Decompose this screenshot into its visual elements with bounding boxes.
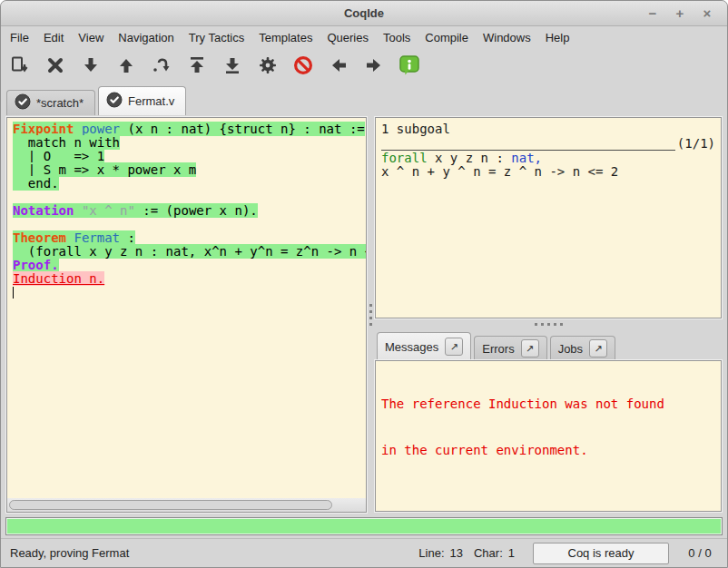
arrow-to-top-icon (186, 54, 208, 76)
arrow-to-bottom-icon (221, 54, 243, 76)
detach-icon: ↗ (526, 343, 534, 355)
script-text[interactable]: Fixpoint power (x n : nat) {struct n} : … (7, 118, 366, 498)
close-icon (44, 54, 66, 76)
detach-errors-button[interactable]: ↗ (521, 339, 539, 357)
status-message: Ready, proving Fermat (10, 546, 418, 560)
menu-help[interactable]: Help (538, 28, 577, 47)
error-message-line: in the current environment. (381, 443, 715, 458)
go-to-cursor-button[interactable] (148, 52, 175, 79)
code-line: Theorem Fermat : (13, 231, 366, 245)
menu-windows[interactable]: Windows (476, 28, 538, 47)
progress-bar (5, 517, 723, 535)
scrollbar-thumb[interactable] (9, 500, 332, 510)
minimize-button[interactable]: − (645, 6, 660, 21)
code-line-error: Induction n. (13, 272, 366, 286)
file-tabstrip: *scratch* Fermat.v (1, 83, 727, 115)
detach-messages-button[interactable]: ↗ (445, 338, 463, 356)
char-label: Char: (474, 546, 503, 560)
error-message-line: The reference Induction was not found (381, 397, 715, 412)
status-right: Line: 13 Char: 1 Coq is ready 0 / 0 (418, 543, 718, 564)
tab-jobs[interactable]: Jobs ↗ (550, 336, 615, 360)
code-line: match n with (13, 136, 366, 150)
subgoal-count: 1 subgoal (381, 122, 715, 136)
about-button[interactable] (396, 52, 423, 79)
horizontal-scrollbar[interactable] (7, 498, 366, 512)
interrupt-button[interactable] (290, 52, 317, 79)
fully-check-button[interactable] (254, 52, 281, 79)
check-icon (15, 93, 31, 113)
tab-label: *scratch* (36, 96, 84, 110)
menu-file[interactable]: File (3, 28, 36, 47)
coqide-window: CoqIde − + × File Edit View Navigation T… (0, 0, 728, 568)
tab-errors[interactable]: Errors ↗ (474, 336, 546, 360)
menu-try-tactics[interactable]: Try Tactics (182, 28, 251, 47)
menu-view[interactable]: View (71, 28, 111, 47)
code-line (13, 286, 366, 299)
arrow-right-icon (363, 54, 385, 76)
code-line (13, 191, 366, 204)
char-value: 1 (508, 546, 515, 560)
right-column: 1 subgoal (1/1) forall x y z n : nat, x … (375, 117, 722, 513)
code-line: (forall x y z n : nat, x^n + y^n = z^n -… (13, 245, 366, 259)
code-line: end. (13, 177, 366, 191)
toolbar (1, 48, 727, 83)
menu-templates[interactable]: Templates (251, 28, 320, 47)
detach-icon: ↗ (450, 341, 458, 353)
restart-button[interactable] (183, 52, 211, 79)
detach-icon: ↗ (595, 343, 603, 355)
menu-queries[interactable]: Queries (320, 28, 376, 47)
vertical-splitter[interactable] (367, 117, 375, 513)
messages-pane[interactable]: The reference Induction was not found in… (375, 360, 722, 512)
menu-edit[interactable]: Edit (36, 28, 71, 47)
previous-button[interactable] (325, 52, 352, 79)
step-forward-button[interactable] (77, 52, 104, 79)
line-label: Line: (418, 546, 444, 560)
tab-label: Messages (385, 340, 438, 354)
tab-messages[interactable]: Messages ↗ (377, 332, 471, 360)
tab-fermat[interactable]: Fermat.v (98, 86, 186, 115)
goal-counter: (1/1) (677, 136, 715, 151)
step-backward-button[interactable] (113, 52, 140, 79)
tab-scratch[interactable]: *scratch* (6, 90, 95, 115)
title-bar[interactable]: CoqIde − + × (1, 1, 727, 26)
message-tabstrip: Messages ↗ Errors ↗ Jobs ↗ (375, 329, 722, 360)
jobs-counter: 0 / 0 (682, 546, 718, 560)
code-line: | S m => x * power x m (13, 163, 366, 177)
line-value: 13 (450, 546, 463, 560)
code-line: | O => 1 (13, 150, 366, 163)
gear-icon (257, 54, 279, 76)
goal-separator: (1/1) (381, 136, 715, 151)
text-cursor (13, 287, 14, 299)
save-button[interactable] (6, 52, 34, 79)
go-to-end-button[interactable] (219, 52, 246, 79)
status-bar: Ready, proving Fermat Line: 13 Char: 1 C… (1, 538, 727, 567)
window-controls: − + × (645, 6, 727, 21)
main-area: Fixpoint power (x n : nat) {struct n} : … (1, 115, 727, 516)
curved-arrow-icon (151, 54, 172, 76)
menu-compile[interactable]: Compile (418, 28, 476, 47)
tab-label: Jobs (558, 342, 583, 356)
goals-pane[interactable]: 1 subgoal (1/1) forall x y z n : nat, x … (375, 117, 722, 318)
progress-bar-container (1, 516, 727, 538)
menu-bar: File Edit View Navigation Try Tactics Te… (1, 26, 727, 48)
arrow-down-icon (80, 54, 102, 76)
menu-navigation[interactable]: Navigation (111, 28, 181, 47)
code-line: Fixpoint power (x n : nat) {struct n} : … (13, 122, 366, 136)
close-button[interactable]: × (700, 6, 714, 21)
tab-label: Errors (482, 342, 514, 356)
window-title: CoqIde (1, 6, 727, 20)
goal-line: x ^ n + y ^ n = z ^ n -> n <= 2 (381, 164, 715, 178)
info-bubble-icon (398, 54, 421, 77)
next-button[interactable] (360, 52, 388, 79)
menu-tools[interactable]: Tools (376, 28, 418, 47)
no-entry-icon (292, 54, 314, 76)
save-icon (9, 54, 31, 76)
coq-state-indicator: Coq is ready (533, 543, 669, 564)
close-doc-button[interactable] (42, 52, 69, 79)
detach-jobs-button[interactable]: ↗ (589, 339, 607, 357)
code-line: Notation "x ^ n" := (power x n). (13, 204, 366, 218)
horizontal-splitter[interactable] (375, 318, 722, 329)
arrow-up-icon (115, 54, 137, 76)
maximize-button[interactable]: + (673, 6, 687, 21)
script-editor[interactable]: Fixpoint power (x n : nat) {struct n} : … (6, 117, 367, 513)
